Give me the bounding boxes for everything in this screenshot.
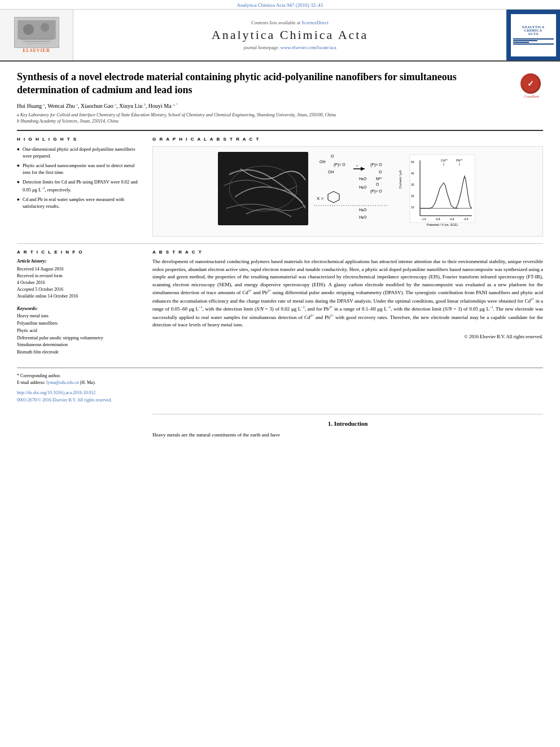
keyword-3: Phytic acid [17,327,141,335]
svg-text:30: 30 [411,183,414,186]
highlight-item-4: Cd and Pb in real water samples were mea… [17,196,141,210]
affiliation-a: a Key Laboratory for Colloid and Interfa… [17,112,515,118]
svg-rect-9 [218,152,308,225]
keyword-4: Differential pulse anodic stripping volt… [17,335,141,342]
doi-section: http://dx.doi.org/10.1016/j.aca.2016.10.… [17,389,543,395]
highlights-graphical-section: H I G H L I G H T S One-dimensional phyt… [17,137,543,237]
doi-link[interactable]: http://dx.doi.org/10.1016/j.aca.2016.10.… [17,390,95,395]
introduction-left-spacer [17,408,141,439]
keyword-5: Simultaneous determination [17,342,141,349]
keyword-6: Bismuth film electrode [17,349,141,356]
introduction-section: 1. Introduction Heavy metals are the nat… [17,408,543,439]
main-content: Synthesis of a novel electrode material … [0,62,560,451]
crossmark-label: CrossMark [520,95,543,98]
article-header: Synthesis of a novel electrode material … [17,71,543,124]
svg-rect-29 [410,155,475,222]
introduction-heading: 1. Introduction [152,420,543,427]
svg-text:-1.0: -1.0 [421,217,426,221]
affiliation-b: b Shandong Academy of Sciences, Jinan, 2… [17,118,515,124]
corresponding-note: * Corresponding author. [17,373,543,379]
highlight-item-2: Phytic acid based nanocomposite was used… [17,163,141,176]
footer-notes: * Corresponding author. E-mail address: … [17,373,543,386]
issn-section: 0003-2670/© 2016 Elsevier B.V. All right… [17,396,543,403]
article-info-left: A R T I C L E I N F O Article history: R… [17,250,141,356]
keywords-list: Heavy metal ions Polyaniline nanofibers … [17,313,141,356]
svg-text:Cd²⁺: Cd²⁺ [441,159,448,162]
revised-date: 4 October 2016 [17,279,141,286]
svg-text:(P)= O: (P)= O [370,163,382,167]
issn-text: 0003-2670/© 2016 Elsevier B.V. All right… [17,397,112,403]
email-line: E-mail address: lyma@sdu.edu.cn (H. Ma). [17,379,543,386]
sciencedirect-link[interactable]: ScienceDirect [301,20,329,25]
svg-text:+: + [356,164,358,167]
received-date: Received 14 August 2016 [17,266,141,273]
keyword-2: Polyaniline nanofibers [17,320,141,327]
footer-section: * Corresponding author. E-mail address: … [17,368,543,386]
copyright-line: © 2016 Elsevier B.V. All rights reserved… [152,334,543,339]
title-divider [17,130,543,131]
introduction-text: Heavy metals are the natural constituent… [152,431,543,439]
journal-homepage: journal homepage: www.elsevier.com/locat… [243,45,336,50]
elsevier-logo-area: ELSEVIER [0,10,73,60]
svg-text:-0.4: -0.4 [463,217,469,221]
svg-text:H₂O: H₂O [359,177,367,181]
svg-text:20: 20 [411,194,414,198]
journal-citation-bar: Analytica Chimica Acta 947 (2016) 32–41 [0,0,560,10]
corner-logo-decoration [513,38,554,45]
article-history: Article history: Received 14 August 2016… [17,257,141,300]
highlight-item-1: One-dimensional phytic acid doped polyan… [17,146,141,160]
graphical-abstract-label: G R A P H I C A L A B S T R A C T [152,137,543,142]
journal-citation-text: Analytica Chimica Acta 947 (2016) 32–41 [237,2,323,8]
email-link[interactable]: lyma@sdu.edu.cn [46,380,79,385]
article-info-label: A R T I C L E I N F O [17,250,141,255]
available-date: Available online 14 October 2016 [17,293,141,300]
svg-point-3 [40,23,49,32]
svg-text:-0.8: -0.8 [435,217,440,221]
logo-line-1 [513,38,554,40]
svg-text:Pb²⁺: Pb²⁺ [456,159,463,162]
abstract-text: The development of nanostructured conduc… [152,258,543,329]
keywords-section: Keywords: Heavy metal ions Polyaniline n… [17,305,141,356]
journal-header: ELSEVIER Contents lists available at Sci… [0,10,560,62]
accepted-date: Accepted 5 October 2016 [17,286,141,293]
section-divider-1 [17,243,543,244]
homepage-url[interactable]: www.elsevier.com/locate/aca [281,45,336,50]
svg-text:H₂O: H₂O [359,208,367,212]
journal-title: Analytica Chimica Acta [212,28,368,42]
abstract-label: A B S T R A C T [152,250,543,255]
logo-line-2 [513,40,537,41]
svg-text:Current / μA: Current / μA [399,171,402,189]
affiliations: a Key Laboratory for Colloid and Interfa… [17,112,515,124]
svg-point-2 [23,24,33,35]
corner-journal-logo: ANALYTICACHIMICAACTA [506,10,560,60]
elsevier-brand-text: ELSEVIER [23,48,50,53]
contents-line: Contents lists available at ScienceDirec… [251,20,329,25]
received-revised-label: Received in revised form [17,273,141,279]
graphical-abstract-image: OH O (P)= O OH + H₂O H₂O [152,146,543,237]
svg-text:O: O [376,182,379,186]
svg-text:M²⁺: M²⁺ [376,177,383,181]
svg-text:X =: X = [317,196,324,201]
article-title-block: Synthesis of a novel electrode material … [17,71,515,124]
graphical-abstract-svg: OH O (P)= O OH + H₂O H₂O [158,152,538,231]
crossmark-badge: ✓ CrossMark [520,73,543,98]
svg-text:O: O [379,170,382,174]
svg-rect-4 [20,38,53,40]
highlights-section: H I G H L I G H T S One-dimensional phyt… [17,137,141,237]
svg-text:10: 10 [411,206,414,209]
svg-text:O: O [331,154,334,158]
crossmark-icon: ✓ [520,73,541,94]
svg-marker-25 [328,191,339,203]
svg-text:(P)= O: (P)= O [334,163,345,167]
svg-text:✓: ✓ [527,80,534,88]
article-title: Synthesis of a novel electrode material … [17,71,515,97]
keywords-label: Keywords: [17,305,141,311]
svg-rect-5 [23,41,50,42]
svg-text:OH: OH [328,170,334,174]
svg-text:50: 50 [411,160,414,164]
highlights-list: One-dimensional phytic acid doped polyan… [17,146,141,209]
article-info-abstract-section: A R T I C L E I N F O Article history: R… [17,250,543,356]
graphical-abstract-section: G R A P H I C A L A B S T R A C T [152,137,543,237]
logo-line-3 [513,42,530,43]
abstract-section: A B S T R A C T The development of nanos… [152,250,543,356]
